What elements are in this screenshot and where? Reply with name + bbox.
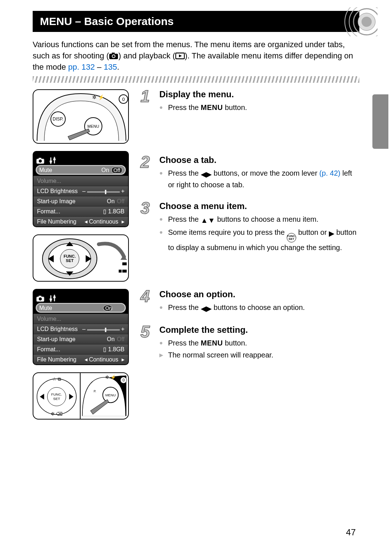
menu-row-startup: Start-up ImageOnOff <box>33 196 128 206</box>
left-right-arrows-icon: ◀▶ <box>201 169 212 180</box>
dial-and-menu-illustration: FUNC. SET ☆ ⧉ ✲ ⌫ MENU P. ✲ ⚡ <box>33 372 129 420</box>
step-number: 3 <box>140 198 150 218</box>
illustration-column: DISP. MENU 0 ✲ ⚡ Mute OnOff <box>33 89 129 420</box>
menu-row-mute: Mute OnOff <box>36 303 126 313</box>
side-tab <box>372 94 388 149</box>
menu-label: MENU <box>87 124 99 128</box>
intro-text: Various functions can be set from the me… <box>33 39 359 73</box>
step-number: 5 <box>140 322 150 342</box>
svg-rect-25 <box>119 270 122 273</box>
svg-text:FUNC.: FUNC. <box>64 254 76 258</box>
menu-row-volume: Volume... <box>33 176 128 186</box>
page-number: 47 <box>346 527 356 537</box>
svg-point-28 <box>39 298 42 300</box>
camera-tab-icon <box>36 158 44 164</box>
steps-column: 1 Display the menu. Press the MENU butto… <box>140 89 359 420</box>
step-title: Choose a tab. <box>159 155 359 165</box>
step-number: 2 <box>140 152 150 172</box>
menu-screen-mute-on: Mute OnOff Volume... LCD Brightness –+ S… <box>33 289 129 365</box>
svg-point-8 <box>113 55 115 57</box>
step-1: 1 Display the menu. Press the MENU butto… <box>159 89 359 113</box>
control-dial-illustration: FUNC. SET <box>33 234 129 282</box>
step-number: 4 <box>140 286 150 306</box>
svg-text:P.: P. <box>94 390 96 393</box>
svg-rect-16 <box>39 158 41 160</box>
menu-row-startup: Start-up ImageOnOff <box>33 334 128 344</box>
svg-text:0: 0 <box>122 97 124 102</box>
page-ref-link[interactable]: (p. 42) <box>319 169 340 177</box>
menu-row-mute: Mute OnOff <box>36 165 126 175</box>
menu-row-format: Format...▯ 1.8GB <box>33 206 128 216</box>
svg-point-17 <box>39 160 42 163</box>
step-4: 4 Choose an option. Press the ◀▶ buttons… <box>159 289 359 314</box>
up-down-arrows-icon: ▲▼ <box>201 215 215 226</box>
menu-row-filenum: File Numbering◂ Continuous ▸ <box>33 354 128 364</box>
svg-text:SET: SET <box>53 397 60 401</box>
step-bullet: Press the MENU button. <box>159 338 359 348</box>
svg-rect-27 <box>39 296 41 298</box>
step-2: 2 Choose a tab. Press the ◀▶ buttons, or… <box>159 155 359 190</box>
playback-tab-icon <box>175 52 185 60</box>
svg-text:✲ ⚡: ✲ ⚡ <box>92 94 105 101</box>
step-result: The normal screen will reappear. <box>159 350 359 360</box>
step-bullet: Some items require you to press the FUNC… <box>159 227 359 253</box>
step-bullet: Press the MENU button. <box>159 102 359 113</box>
svg-text:SET: SET <box>66 258 74 263</box>
menu-row-brightness: LCD Brightness –+ <box>33 324 128 334</box>
svg-rect-23 <box>122 262 127 265</box>
right-arrow-icon: ▶ <box>329 228 334 239</box>
step-title: Choose a menu item. <box>159 201 359 211</box>
page-header: MENU – Basic Operations <box>33 11 359 32</box>
page-title: MENU – Basic Operations <box>40 15 173 27</box>
svg-point-4 <box>362 17 372 27</box>
step-title: Complete the setting. <box>159 325 359 335</box>
svg-rect-24 <box>122 270 127 273</box>
svg-text:☆ ⧉: ☆ ⧉ <box>52 376 61 382</box>
tools-tab-icon <box>49 295 57 302</box>
disp-label: DISP. <box>53 116 64 122</box>
svg-text:0: 0 <box>122 378 124 383</box>
step-bullet: Press the ▲▼ buttons to choose a menu it… <box>159 214 359 226</box>
svg-text:FUNC.: FUNC. <box>51 392 62 396</box>
svg-text:MENU: MENU <box>105 393 116 397</box>
menu-row-brightness: LCD Brightness –+ <box>33 186 128 196</box>
func-set-icon: FUNC.SET <box>287 233 296 242</box>
step-bullet: Press the ◀▶ buttons to choose an option… <box>159 302 359 314</box>
left-right-arrows-icon: ◀▶ <box>201 303 212 314</box>
step-3: 3 Choose a menu item. Press the ▲▼ butto… <box>159 201 359 253</box>
camera-tab-icon <box>36 295 44 302</box>
menu-screen-mute-off: Mute OnOff Volume... LCD Brightness –+ S… <box>33 151 129 227</box>
svg-text:✲ ⚡: ✲ ⚡ <box>105 375 117 381</box>
step-number: 1 <box>140 86 150 106</box>
page-ref-link[interactable]: 135 <box>104 62 117 71</box>
menu-row-format: Format...▯ 1.8GB <box>33 344 128 354</box>
menu-row-volume: Volume... <box>33 314 128 324</box>
page-ref-link[interactable]: pp. 132 <box>68 62 95 71</box>
step-bullet: Press the ◀▶ buttons, or move the zoom l… <box>159 168 359 190</box>
step-title: Choose an option. <box>159 289 359 299</box>
camera-tab-icon <box>109 52 118 60</box>
svg-text:✲ ⌫: ✲ ⌫ <box>51 412 63 417</box>
camera-back-illustration: DISP. MENU 0 ✲ ⚡ <box>33 89 129 144</box>
svg-rect-6 <box>112 53 115 54</box>
divider-hatch <box>33 76 359 83</box>
menu-row-filenum: File Numbering◂ Continuous ▸ <box>33 216 128 226</box>
tools-tab-icon <box>49 157 57 164</box>
step-title: Display the menu. <box>159 89 359 99</box>
lens-decoration-icon <box>319 7 377 36</box>
step-5: 5 Complete the setting. Press the MENU b… <box>159 325 359 360</box>
